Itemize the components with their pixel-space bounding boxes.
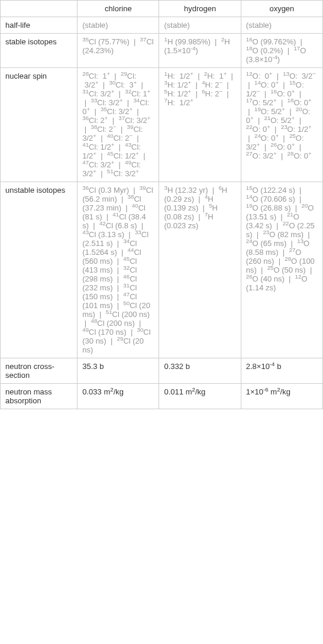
row-neutron-cross-section: neutron cross-section 35.3 b 0.332 b 2.8… <box>1 358 323 384</box>
mass-hydrogen: 0.011 m2/kg <box>159 384 241 409</box>
unstable-chlorine: 36Cl (0.3 Myr) | 39Cl (56.2 min) | 38Cl … <box>77 182 159 358</box>
row-neutron-mass-absorption: neutron mass absorption 0.033 m2/kg 0.01… <box>1 384 323 409</box>
header-row: chlorine hydrogen oxygen <box>1 1 323 17</box>
label-stable-isotopes: stable isotopes <box>1 34 77 68</box>
unstable-oxygen: 15O (122.24 s) | 14O (70.606 s) | 19O (2… <box>241 182 322 358</box>
spin-oxygen: 12O: 0+ | 13O: 3/2− | 14O: 0+ | 15O: 1/2… <box>241 68 322 182</box>
header-blank <box>1 1 77 17</box>
mass-oxygen: 1×10-6 m2/kg <box>241 384 322 409</box>
label-nuclear-spin: nuclear spin <box>1 68 77 182</box>
stable-hydrogen: 1H (99.985%) | 2H (1.5×10-4) <box>159 34 241 68</box>
cross-chlorine: 35.3 b <box>77 358 159 384</box>
label-unstable-isotopes: unstable isotopes <box>1 182 77 358</box>
header-chlorine: chlorine <box>77 1 159 17</box>
cross-oxygen: 2.8×10-4 b <box>241 358 322 384</box>
row-half-life: half-life (stable) (stable) (stable) <box>1 17 323 34</box>
halflife-oxygen: (stable) <box>241 17 322 34</box>
spin-chlorine: 28Cl: 1+ | 29Cl: 3/2+ | 30Cl: 3+ | 31Cl:… <box>77 68 159 182</box>
unstable-hydrogen: 3H (12.32 yr) | 6H (0.29 zs) | 4H (0.139… <box>159 182 241 358</box>
label-neutron-cross-section: neutron cross-section <box>1 358 77 384</box>
header-oxygen: oxygen <box>241 1 322 17</box>
isotope-properties-table: chlorine hydrogen oxygen half-life (stab… <box>0 0 323 409</box>
label-half-life: half-life <box>1 17 77 34</box>
label-neutron-mass-absorption: neutron mass absorption <box>1 384 77 409</box>
mass-chlorine: 0.033 m2/kg <box>77 384 159 409</box>
cross-hydrogen: 0.332 b <box>159 358 241 384</box>
spin-hydrogen: 1H: 1/2+ | 2H: 1+ | 3H: 1/2+ | 4H: 2− | … <box>159 68 241 182</box>
halflife-chlorine: (stable) <box>77 17 159 34</box>
row-nuclear-spin: nuclear spin 28Cl: 1+ | 29Cl: 3/2+ | 30C… <box>1 68 323 182</box>
header-hydrogen: hydrogen <box>159 1 241 17</box>
row-unstable-isotopes: unstable isotopes 36Cl (0.3 Myr) | 39Cl … <box>1 182 323 358</box>
halflife-hydrogen: (stable) <box>159 17 241 34</box>
row-stable-isotopes: stable isotopes 35Cl (75.77%) | 37Cl (24… <box>1 34 323 68</box>
stable-chlorine: 35Cl (75.77%) | 37Cl (24.23%) <box>77 34 159 68</box>
stable-oxygen: 16O (99.762%) | 18O (0.2%) | 17O (3.8×10… <box>241 34 322 68</box>
